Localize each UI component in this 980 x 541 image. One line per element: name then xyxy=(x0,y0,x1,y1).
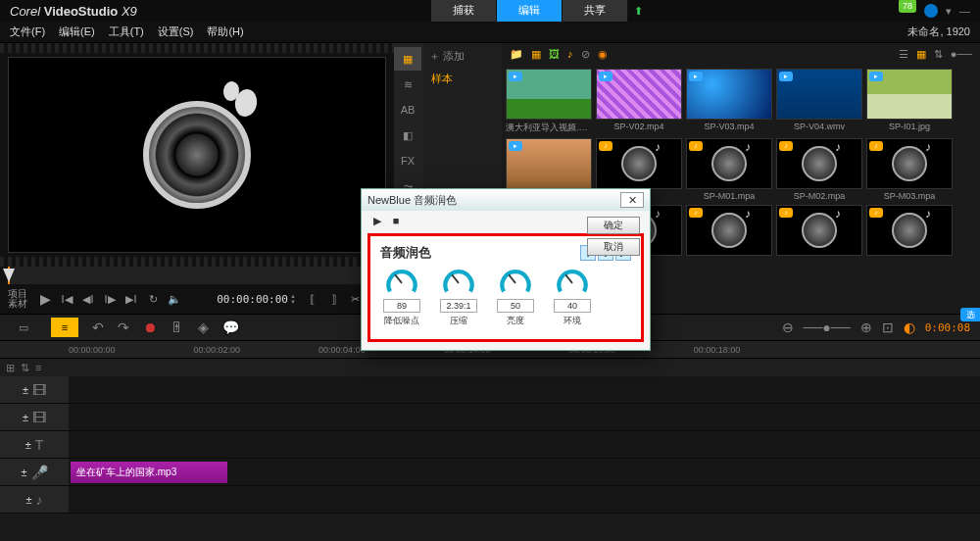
sidetab-transitions[interactable]: ≋ xyxy=(394,73,421,96)
sidetab-filters[interactable]: FX xyxy=(394,149,421,172)
play-button[interactable]: ▶ xyxy=(35,289,55,309)
media-thumb[interactable]: ♪SP-M02.mpa xyxy=(776,138,862,201)
mark-out-button[interactable]: ⟧ xyxy=(323,289,343,309)
view-list-icon[interactable]: ☰ xyxy=(899,48,908,61)
dialog-stop-button[interactable]: ■ xyxy=(388,215,404,226)
filter-audio-icon[interactable]: ♪ xyxy=(567,48,573,60)
scrub-bar[interactable] xyxy=(8,267,386,284)
folder-sample[interactable]: 样本 xyxy=(429,70,496,88)
knob-1[interactable] xyxy=(442,268,475,297)
thumb-badge-icon: ▸ xyxy=(509,141,522,151)
undo-button[interactable]: ↶ xyxy=(92,320,104,335)
sidetab-media[interactable]: ▦ xyxy=(394,47,421,71)
media-thumb[interactable]: ♪SP-M01.mpa xyxy=(686,138,772,201)
select-pill[interactable]: 选 xyxy=(960,308,980,321)
add-folder-button[interactable]: ＋ 添加 xyxy=(429,49,496,64)
menu-edit[interactable]: 编辑(E) xyxy=(59,25,95,39)
menu-settings[interactable]: 设置(S) xyxy=(158,25,194,39)
menu-help[interactable]: 帮助(H) xyxy=(207,25,243,39)
ok-button[interactable]: 确定 xyxy=(587,217,640,234)
media-thumb[interactable]: ♪SP-M03.mpa xyxy=(866,138,953,201)
title-icon-1[interactable] xyxy=(924,4,938,18)
knob-value-0[interactable]: 89 xyxy=(383,299,420,313)
preview-canvas[interactable] xyxy=(8,57,386,253)
loop-button[interactable]: ↻ xyxy=(143,289,163,309)
dialog-close-button[interactable]: ✕ xyxy=(620,192,644,208)
app-brand: Corel VideoStudio X9 xyxy=(10,4,137,19)
scrub-handle[interactable] xyxy=(3,269,15,282)
tracks-link-icon[interactable]: ≡ xyxy=(35,362,41,373)
zoom-in-button[interactable]: ⊕ xyxy=(860,320,872,335)
knob-0[interactable] xyxy=(385,268,418,297)
track-enable-2[interactable]: ± xyxy=(23,412,28,423)
mark-in-button[interactable]: ⟦ xyxy=(302,289,321,309)
next-frame-button[interactable]: I▶ xyxy=(100,289,120,309)
zoom-slider[interactable]: ●── xyxy=(951,48,972,60)
track-overlay-1[interactable] xyxy=(69,404,980,430)
track-voice[interactable]: 坐在矿车上的国家.mp3 xyxy=(69,459,980,485)
media-thumb[interactable]: ▸SP-V02.mp4 xyxy=(596,69,682,134)
tab-capture[interactable]: 捕获 xyxy=(431,0,497,22)
tc-down[interactable]: ▼ xyxy=(290,299,300,305)
knob-value-2[interactable]: 50 xyxy=(497,299,534,313)
svg-line-1 xyxy=(452,274,459,283)
sidetab-titles[interactable]: AB xyxy=(394,98,421,122)
filter-disc-icon[interactable]: ◉ xyxy=(598,48,608,61)
title-chevron-icon[interactable]: ▾ xyxy=(946,5,952,18)
goto-start-button[interactable]: I◀ xyxy=(57,289,76,309)
tracks-toggle-icon[interactable]: ⊞ xyxy=(6,362,15,374)
chapter-button[interactable]: ◈ xyxy=(198,320,209,335)
filter-unused-icon[interactable]: ⊘ xyxy=(581,48,590,61)
svg-line-2 xyxy=(509,274,515,283)
menu-tools[interactable]: 工具(T) xyxy=(109,25,144,39)
mixer-button[interactable]: 🎚 xyxy=(171,320,184,335)
track-enable-4[interactable]: ± xyxy=(21,467,26,478)
view-thumb-icon[interactable]: ▦ xyxy=(916,48,926,61)
media-thumb[interactable]: ♪ xyxy=(686,205,772,258)
fit-button[interactable]: ⊡ xyxy=(882,320,894,335)
knob-3[interactable] xyxy=(556,268,589,297)
dialog-title: NewBlue 音频润色 xyxy=(368,193,457,208)
record-button[interactable]: ⏺ xyxy=(143,320,157,335)
media-thumb[interactable]: ♪ xyxy=(866,205,953,258)
knob-value-3[interactable]: 40 xyxy=(554,299,591,313)
track-enable-5[interactable]: ± xyxy=(25,494,31,506)
prev-frame-button[interactable]: ◀I xyxy=(78,289,98,309)
zoom-slider-tl[interactable]: ──●── xyxy=(804,320,851,335)
sidetab-graphics[interactable]: ◧ xyxy=(394,123,421,147)
media-thumb[interactable]: ▸SP-V04.wmv xyxy=(776,69,862,134)
minimize-icon[interactable]: — xyxy=(959,5,970,17)
thumb-badge-icon: ♪ xyxy=(869,208,883,218)
track-enable-1[interactable]: ± xyxy=(23,384,28,396)
tab-share[interactable]: 共享 xyxy=(563,0,628,22)
subtitle-button[interactable]: 💬 xyxy=(222,320,239,335)
mute-button[interactable]: 🔈 xyxy=(165,289,184,309)
mode-clip[interactable]: 素材 xyxy=(8,299,27,309)
menu-file[interactable]: 文件(F) xyxy=(10,25,45,39)
track-video-1[interactable] xyxy=(69,376,980,403)
track-music[interactable] xyxy=(69,486,980,513)
cancel-button[interactable]: 取消 xyxy=(587,238,640,256)
upload-icon[interactable]: ⬆ xyxy=(634,5,643,18)
tracks-collapse-icon[interactable]: ⇅ xyxy=(21,362,29,374)
mode-storyboard[interactable]: ▭ xyxy=(10,318,37,337)
goto-end-button[interactable]: ▶I xyxy=(122,289,141,309)
dialog-play-button[interactable]: ▶ xyxy=(369,215,385,227)
track-title[interactable] xyxy=(69,431,980,458)
mode-timeline[interactable]: ≡ xyxy=(51,318,78,337)
tab-edit[interactable]: 编辑 xyxy=(497,0,563,22)
track-enable-3[interactable]: ± xyxy=(25,439,31,451)
filter-image-icon[interactable]: 🖼 xyxy=(549,48,560,60)
zoom-out-button[interactable]: ⊖ xyxy=(782,320,794,335)
filter-video-icon[interactable]: ▦ xyxy=(531,48,541,61)
media-thumb[interactable]: ▸澳大利亚导入视频.mp4 xyxy=(506,69,592,134)
knob-value-1[interactable]: 2.39:1 xyxy=(440,299,477,313)
knob-2[interactable] xyxy=(499,268,532,297)
media-thumb[interactable]: ▸SP-V03.mp4 xyxy=(686,69,772,134)
media-thumb[interactable]: ▸SP-I01.jpg xyxy=(866,69,953,134)
sort-icon[interactable]: ⇅ xyxy=(934,48,943,61)
audio-clip[interactable]: 坐在矿车上的国家.mp3 xyxy=(71,462,227,483)
browser-folder-icon[interactable]: 📁 xyxy=(510,48,523,61)
redo-button[interactable]: ↷ xyxy=(118,320,129,335)
media-thumb[interactable]: ♪ xyxy=(776,205,862,258)
